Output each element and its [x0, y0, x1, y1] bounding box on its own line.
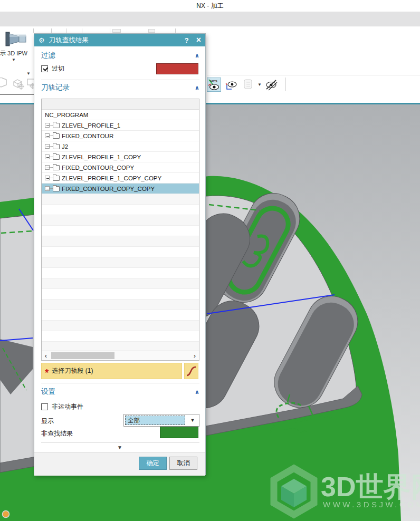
dialog-titlebar[interactable]: ⚙ 刀轨查找结果 ? × [34, 34, 205, 46]
tree-row[interactable]: ZLEVEL_PROFILE_1_COPY [42, 152, 199, 162]
partial-toolbar-icon [148, 29, 155, 33]
tree-row[interactable] [42, 331, 199, 342]
tree-row[interactable] [42, 321, 199, 331]
required-asterisk-icon: * [45, 370, 49, 375]
mcs-eye-icon: MCS [208, 79, 220, 91]
folder-icon [53, 133, 60, 139]
tree-row[interactable] [42, 342, 199, 351]
chevron-down-icon[interactable]: ▼ [257, 82, 262, 87]
filter-section-header[interactable]: 过滤 ∧ [41, 51, 199, 60]
select-segment-field[interactable]: * 选择刀轨段 (1) [41, 363, 182, 379]
tree-row[interactable]: FIXED_CONTOUR_COPY [42, 162, 199, 173]
chevron-down-icon[interactable]: ▼ [12, 57, 16, 62]
toolpath-record-section-header[interactable]: 刀轨记录 ∧ [41, 83, 199, 92]
expand-toggle[interactable] [45, 155, 50, 159]
show-mcs-toolpath-button[interactable]: MCS [207, 78, 221, 92]
expand-toggle[interactable] [45, 144, 50, 149]
non-motion-checkbox-row[interactable]: 非运动事件 [41, 402, 83, 411]
non-motion-label: 非运动事件 [52, 402, 83, 411]
toolbar-separator [66, 28, 66, 33]
show-3d-ipw-label[interactable]: 示 3D IPW [0, 50, 34, 57]
tree-row[interactable] [42, 310, 199, 321]
dropdown-arrow-icon[interactable]: ▼ [186, 414, 199, 426]
tree-row[interactable] [42, 289, 199, 300]
watermark-url: WWW.3DSJW.COM [323, 500, 420, 509]
toolbar-top-border [207, 75, 420, 75]
tree-row[interactable] [42, 247, 199, 257]
tree-row[interactable]: NC_PROGRAM [42, 110, 199, 120]
partial-toolbar-icon [112, 29, 121, 33]
divider [41, 80, 199, 80]
display-selected-value[interactable]: 全部 [125, 416, 185, 425]
dialog-expand-caret[interactable]: ▼ [34, 445, 205, 450]
expand-toggle[interactable] [45, 123, 50, 128]
s-curve-icon [185, 364, 197, 378]
tree-header-row [42, 99, 199, 110]
display-label: 显示 [41, 417, 54, 426]
overcut-checkbox[interactable] [41, 65, 48, 72]
axis-eye-icon [225, 79, 237, 91]
expand-toggle[interactable] [45, 186, 50, 191]
help-button[interactable]: ? [185, 36, 189, 44]
scroll-right-arrow[interactable]: › [190, 352, 199, 360]
collapse-chevron-icon[interactable]: ∧ [195, 84, 199, 91]
close-button[interactable]: × [196, 36, 201, 44]
tree-row[interactable] [42, 268, 199, 278]
segment-curve-button[interactable] [184, 363, 198, 379]
ok-button[interactable]: 确定 [139, 457, 167, 470]
collapse-chevron-icon[interactable]: ∧ [195, 52, 199, 59]
tree-row[interactable] [42, 278, 199, 289]
tree-row[interactable] [42, 215, 199, 226]
tree-row[interactable] [42, 257, 199, 268]
tree-row[interactable] [42, 300, 199, 310]
expand-toggle[interactable] [45, 133, 50, 138]
collapse-chevron-icon[interactable]: ∧ [195, 389, 199, 395]
tree-row[interactable] [42, 205, 199, 215]
eye-slash-icon [265, 79, 278, 91]
dialog-title: 刀轨查找结果 [49, 36, 185, 45]
overcut-checkbox-row[interactable]: 过切 [41, 64, 64, 73]
viewport-origin-dot [3, 511, 9, 518]
tree-row[interactable]: J2 [42, 141, 199, 152]
ribbon-band [0, 12, 420, 26]
toolbar-separator [82, 28, 82, 33]
expand-toggle[interactable] [45, 176, 50, 180]
tree-row[interactable]: FIXED_CONTOUR [42, 131, 199, 141]
cancel-button[interactable]: 取消 [169, 457, 197, 470]
operation-list-icon [242, 79, 254, 90]
toolbar-separator [285, 78, 286, 91]
scroll-track[interactable] [50, 351, 190, 360]
nx-application-window: NX - 加工 示 3D IPW ▼ ▼ [0, 0, 420, 521]
toolpath-tree: NC_PROGRAMZLEVEL_PROFILE_1FIXED_CONTOURJ… [41, 99, 199, 361]
overcut-label: 过切 [52, 64, 64, 73]
folder-icon [53, 176, 60, 181]
divider [41, 442, 199, 443]
window-title: NX - 加工 [196, 2, 223, 11]
settings-title: 设置 [41, 387, 55, 397]
tree-row[interactable]: ZLEVEL_PROFILE_1 [42, 120, 199, 131]
expand-toggle[interactable] [45, 165, 50, 170]
show-axis-toolpath-button[interactable] [224, 78, 238, 92]
scroll-left-arrow[interactable]: ‹ [42, 352, 50, 360]
settings-section-header[interactable]: 设置 ∧ [41, 387, 199, 397]
toolbar-separator [33, 28, 34, 33]
overcut-color-swatch[interactable] [156, 63, 198, 74]
folder-icon [53, 155, 60, 160]
tree-row[interactable] [42, 194, 199, 205]
scroll-thumb[interactable] [51, 352, 114, 359]
toolbar-separator [175, 28, 176, 33]
folder-icon [53, 186, 60, 191]
tree-horizontal-scrollbar[interactable]: ‹ › [42, 351, 199, 360]
display-dropdown[interactable]: 全部 ▼ [123, 414, 199, 427]
non-motion-checkbox[interactable] [41, 403, 48, 410]
tree-row[interactable]: FIXED_CONTOUR_COPY_COPY [42, 184, 199, 194]
show-3d-ipw-tool-icon[interactable] [4, 31, 30, 47]
divider [41, 383, 199, 383]
hide-toolpath-button[interactable] [264, 78, 279, 92]
tree-row[interactable]: ZLEVEL_PROFILE_1_COPY_COPY [42, 173, 199, 184]
tree-row[interactable] [42, 226, 199, 236]
tree-row[interactable] [42, 236, 199, 247]
non-result-color-swatch[interactable] [160, 427, 198, 438]
chevron-down-icon[interactable]: ▼ [26, 71, 31, 76]
operation-list-button-disabled [241, 78, 255, 92]
